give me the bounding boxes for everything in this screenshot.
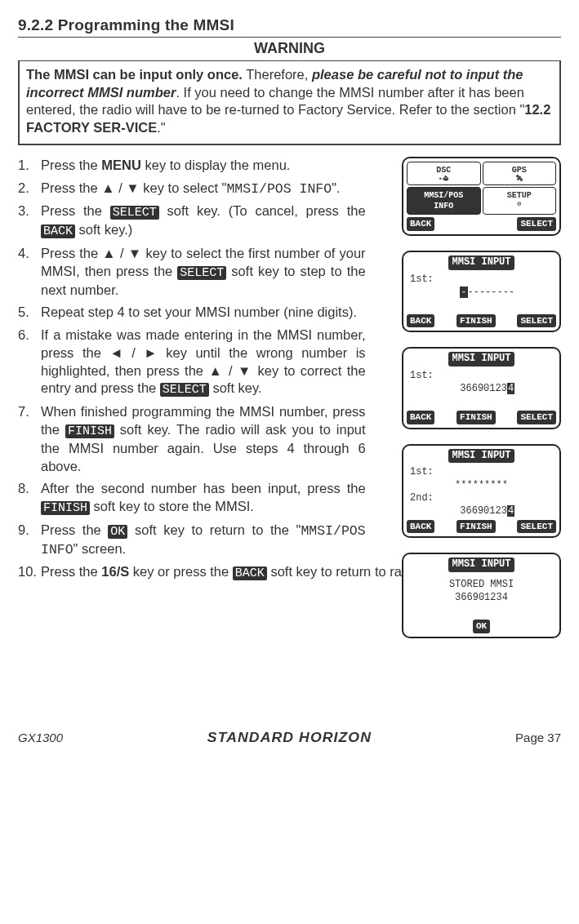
step-text: ". (332, 180, 340, 195)
softkey-back: BACK (233, 566, 267, 580)
softkey-ok: OK (108, 525, 127, 539)
step-5: 5. Repeat step 4 to set your MMSI number… (18, 304, 366, 322)
step-9: 9. Press the OK soft key to return to th… (18, 522, 366, 559)
step-text: soft key to return to the " (127, 522, 301, 537)
step-text: soft key to store the MMSI. (90, 499, 254, 513)
lcd-cursor: - (460, 287, 467, 298)
warning-box: The MMSI can be input only once. Therefo… (18, 61, 561, 145)
menu-label: MMSI/POS INFO (226, 181, 332, 197)
step-text: soft key. (209, 380, 262, 395)
softkey-select: SELECT (517, 314, 556, 328)
lcd-value2: 36690123 (460, 505, 507, 517)
step-2: 2. Press the ▲ / ▼ key to select "MMSI/P… (18, 180, 366, 198)
softkey-back: BACK (41, 224, 75, 238)
softkey-ok: OK (473, 620, 490, 633)
lcd-second-label: 2nd: (410, 492, 553, 505)
lcd-first-label: 1st: (410, 370, 553, 383)
softkey-finish: FINISH (457, 520, 496, 534)
lcd-title: MMSI INPUT (448, 558, 514, 572)
step-text: " screen. (73, 541, 127, 556)
lcd-title: MMSI INPUT (448, 255, 514, 270)
warning-title: WARNING (18, 39, 561, 61)
screen-mmsi-stored: MMSI INPUT STORED MMSI 366901234 OK (402, 553, 561, 637)
step-number: 4. (18, 245, 41, 299)
step-6: 6. If a mistake was made entering in the… (18, 327, 366, 398)
softkey-back: BACK (407, 314, 434, 328)
lcd-title: MMSI INPUT (448, 449, 514, 464)
screen-mmsi-entered: MMSI INPUT 1st: 366901234 BACK FINISH SE… (402, 347, 561, 429)
step-text: Press the (41, 203, 110, 218)
step-text: Press the ▲ / ▼ key to select " (41, 180, 226, 195)
steps-column: 1. Press the MENU key to display the men… (18, 157, 366, 559)
step-number: 1. (18, 157, 41, 175)
step-text: Press the (41, 564, 101, 579)
warning-text-a: The MMSI can be input only once. (26, 67, 243, 82)
screen-menu: DSC✦⛴ GPS🛰 MMSI/POSINFO SETUP⚙ BACK . SE… (402, 157, 561, 236)
lcd-cursor-digit: 4 (507, 383, 514, 394)
lcd-stars: ********* (410, 479, 553, 492)
key-menu: MENU (101, 158, 141, 172)
softkey-select: SELECT (517, 411, 556, 424)
step-7: 7. When finished programming the MMSI nu… (18, 403, 366, 475)
footer-model: GX1300 (18, 730, 63, 746)
step-text: key or press the (129, 564, 233, 579)
footer-page: Page 37 (515, 730, 561, 746)
step-number: 2. (18, 180, 41, 198)
lcd-title: MMSI INPUT (448, 352, 514, 366)
content-area: 1. Press the MENU key to display the men… (18, 157, 561, 582)
softkey-select: SELECT (517, 520, 556, 534)
lcd-first-label: 1st: (410, 273, 553, 287)
step-number: 3. (18, 202, 41, 240)
lcd-dashes: -------- (468, 287, 515, 298)
menu-gps: GPS🛰 (483, 162, 557, 185)
page-footer: GX1300 STANDARD HORIZON Page 37 (18, 729, 561, 746)
step-number: 6. (18, 327, 41, 398)
lcd-stored-number: 366901234 (410, 592, 553, 605)
softkey-finish: FINISH (457, 314, 496, 328)
softkey-finish: FINISH (65, 424, 114, 438)
key-16s: 16/S (101, 564, 129, 579)
step-3: 3. Press the SELECT soft key. (To cancel… (18, 202, 366, 240)
softkey-select: SELECT (517, 217, 556, 231)
step-text: After the second number has been input, … (41, 481, 366, 495)
softkey-finish: FINISH (457, 411, 496, 424)
step-number: 10. (18, 563, 41, 582)
step-number: 5. (18, 304, 41, 322)
footer-brand: STANDARD HORIZON (207, 729, 372, 746)
step-8: 8. After the second number has been inpu… (18, 480, 366, 517)
softkey-select: SELECT (160, 383, 209, 397)
lcd-stored-label: STORED MMSI (410, 579, 553, 592)
step-number: 8. (18, 480, 41, 517)
step-4: 4. Press the ▲ / ▼ key to select the fir… (18, 245, 366, 299)
step-number: 9. (18, 522, 41, 559)
softkey-back: BACK (407, 217, 434, 231)
screen-mmsi-blank: MMSI INPUT 1st: --------- BACK FINISH SE… (402, 251, 561, 332)
softkey-back: BACK (407, 411, 434, 424)
screens-column: DSC✦⛴ GPS🛰 MMSI/POSINFO SETUP⚙ BACK . SE… (402, 157, 561, 638)
step-text: Press the (41, 158, 101, 172)
menu-mmsipos: MMSI/POSINFO (407, 187, 481, 215)
softkey-select: SELECT (110, 206, 159, 220)
step-text: soft key. (To cancel, press the (159, 203, 366, 218)
step-text: Press the (41, 522, 108, 537)
menu-setup: SETUP⚙ (483, 187, 557, 215)
menu-dsc: DSC✦⛴ (407, 162, 481, 185)
step-text: key to display the menu. (141, 158, 291, 172)
step-number: 7. (18, 403, 41, 475)
softkey-select: SELECT (177, 266, 226, 280)
step-text: soft key.) (75, 222, 132, 237)
lcd-cursor-digit: 4 (507, 505, 514, 517)
screen-mmsi-confirm: MMSI INPUT 1st: ********* 2nd: 366901234… (402, 444, 561, 539)
section-heading: 9.2.2 Programming the MMSI (18, 15, 561, 38)
lcd-first-label: 1st: (410, 466, 553, 479)
step-1: 1. Press the MENU key to display the men… (18, 157, 366, 175)
lcd-value: 36690123 (460, 383, 507, 394)
softkey-back: BACK (407, 520, 434, 534)
step-text: Repeat step 4 to set your MMSI number (n… (41, 304, 366, 322)
warning-text-f: ." (157, 120, 165, 135)
softkey-finish: FINISH (41, 501, 90, 515)
warning-text-b: Therefore, (243, 67, 312, 82)
